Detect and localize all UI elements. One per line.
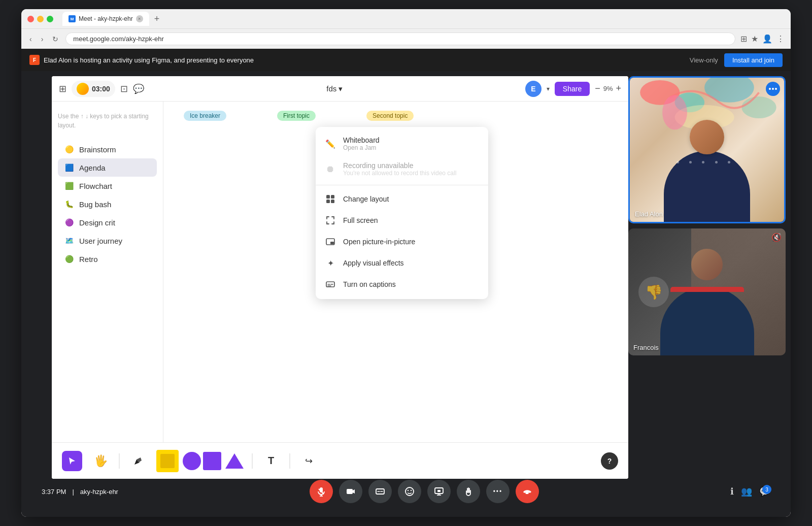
- tab-close-button[interactable]: ×: [136, 15, 143, 22]
- figma-bottom-toolbar: 🖐: [52, 442, 628, 479]
- active-tab[interactable]: M Meet - aky-hzpk-ehr ×: [62, 12, 149, 26]
- camera-button[interactable]: [339, 480, 362, 503]
- menu-item-whiteboard[interactable]: ✏️ Whiteboard Open a Jam: [316, 131, 488, 156]
- tag-second-topic: Second topic: [366, 111, 414, 121]
- reload-button[interactable]: ↻: [50, 33, 60, 45]
- video-label-francois: Francois: [633, 344, 659, 351]
- chevron-down-icon-user[interactable]: ▾: [547, 85, 550, 92]
- text-tool[interactable]: T: [261, 451, 281, 471]
- agenda-icon: 🟦: [64, 162, 74, 173]
- end-call-button[interactable]: [516, 480, 539, 503]
- video-options-button-elad[interactable]: [766, 82, 780, 96]
- notification-actions: View-only Install and join: [690, 53, 783, 67]
- install-join-button[interactable]: Install and join: [724, 53, 783, 67]
- separator: |: [72, 488, 74, 496]
- sidebar-label-designcrit: Design crit: [79, 218, 115, 227]
- participants-icon[interactable]: 👥: [741, 486, 752, 497]
- menu-label-layout: Change layout: [343, 195, 479, 203]
- view-only-button[interactable]: View-only: [690, 56, 718, 64]
- sidebar-item-retro[interactable]: 🟢 Retro: [58, 250, 157, 268]
- shape-tools: [156, 450, 244, 472]
- video-label-elad: Elad Alon: [635, 210, 663, 218]
- mute-indicator: 🔇: [771, 233, 782, 242]
- minimize-button[interactable]: [37, 16, 44, 22]
- timer-text: 03:00: [92, 85, 110, 93]
- address-bar[interactable]: meet.google.com/aky-hzpk-ehr: [65, 32, 735, 45]
- circle-shape[interactable]: [183, 452, 201, 470]
- captions-button[interactable]: [368, 480, 392, 503]
- figma-menu-icon[interactable]: ⊞: [59, 83, 66, 94]
- tag-first-topic: First topic: [277, 111, 316, 121]
- sidebar-item-agenda[interactable]: 🟦 Agenda: [58, 158, 157, 177]
- frame-icon[interactable]: ⊡: [120, 83, 128, 94]
- url-text: meet.google.com/aky-hzpk-ehr: [73, 35, 163, 43]
- more-options-button[interactable]: •••: [486, 480, 510, 503]
- info-icon[interactable]: ℹ: [730, 486, 734, 497]
- sidebar-item-userjourney[interactable]: 🗺️ User journey: [58, 232, 157, 250]
- menu-icon[interactable]: ⋮: [776, 34, 785, 44]
- profile-icon[interactable]: 👤: [762, 34, 772, 44]
- sidebar-item-designcrit[interactable]: 🟣 Design crit: [58, 213, 157, 232]
- emoji-button[interactable]: [398, 480, 421, 503]
- file-name[interactable]: fds ▾: [326, 84, 343, 93]
- arrow-tool[interactable]: ↪: [298, 451, 319, 471]
- help-button[interactable]: ?: [601, 452, 618, 470]
- shapes-group: [183, 452, 221, 470]
- menu-item-fullscreen[interactable]: Full screen: [316, 210, 488, 231]
- comment-icon[interactable]: 💬: [133, 83, 144, 94]
- control-bar-left: 3:37 PM | aky-hzpk-ehr: [42, 488, 118, 496]
- menu-item-captions[interactable]: Turn on captions: [316, 274, 488, 295]
- pip-icon: [325, 236, 336, 247]
- tab-title: Meet - aky-hzpk-ehr: [79, 15, 133, 22]
- zoom-in-button[interactable]: +: [616, 83, 621, 94]
- triangle-shape[interactable]: [225, 453, 244, 469]
- retro-icon: 🟢: [64, 254, 74, 264]
- toolbar-divider-3: [289, 453, 290, 469]
- svg-rect-2: [326, 200, 330, 203]
- control-bar: 3:37 PM | aky-hzpk-ehr: [21, 476, 791, 507]
- svg-rect-3: [331, 200, 334, 203]
- figma-toolbar-center: fds ▾: [149, 84, 520, 93]
- main-content: ⊞ 03:00 ⊡ 💬 fds ▾ E ▾: [21, 71, 791, 517]
- rect-shape[interactable]: [203, 452, 221, 470]
- select-tool[interactable]: [62, 451, 82, 471]
- menu-item-pip[interactable]: Open picture-in-picture: [316, 231, 488, 252]
- menu-item-recording-text: Recording unavailable You're not allowed…: [343, 161, 479, 177]
- maximize-button[interactable]: [47, 16, 53, 22]
- menu-label-captions: Turn on captions: [343, 280, 479, 288]
- figma-timer: 03:00: [72, 81, 115, 97]
- figma-canvas: ⊞ 03:00 ⊡ 💬 fds ▾ E ▾: [52, 76, 628, 479]
- share-button[interactable]: Share: [555, 82, 590, 96]
- tag-ice-breaker: Ice breaker: [184, 111, 226, 121]
- video-bg-elad: [630, 78, 784, 222]
- back-button[interactable]: ‹: [27, 33, 34, 45]
- forward-button[interactable]: ›: [39, 33, 46, 45]
- raise-hand-button[interactable]: [457, 480, 480, 503]
- zoom-out-button[interactable]: −: [595, 83, 600, 94]
- mic-button[interactable]: [310, 480, 333, 503]
- chevron-down-icon: ▾: [339, 84, 343, 93]
- menu-item-captions-text: Turn on captions: [343, 280, 479, 288]
- extensions-icon[interactable]: ⊞: [740, 34, 747, 44]
- menu-item-effects[interactable]: ✦ Apply visual effects: [316, 252, 488, 274]
- recording-icon: ⏺: [325, 163, 336, 175]
- menu-item-layout[interactable]: Change layout: [316, 188, 488, 210]
- sidebar-item-flowchart[interactable]: 🟩 Flowchart: [58, 177, 157, 195]
- pen-tool[interactable]: [128, 451, 148, 471]
- sidebar-item-bugbash[interactable]: 🐛 Bug bash: [58, 195, 157, 213]
- bugbash-icon: 🐛: [64, 199, 74, 209]
- sticky-note-tool[interactable]: [156, 450, 179, 472]
- sidebar-hint: Use the ↑ ↓ keys to pick a starting layo…: [58, 112, 157, 130]
- present-button[interactable]: [427, 480, 451, 503]
- user-avatar: E: [525, 81, 542, 97]
- sidebar-item-brainstorm[interactable]: 🟡 Brainstorm: [58, 140, 157, 158]
- close-button[interactable]: [27, 16, 34, 22]
- svg-point-26: [411, 490, 412, 491]
- zoom-level: 9%: [603, 85, 613, 92]
- menu-label-fullscreen: Full screen: [343, 216, 479, 224]
- head-elad: [690, 120, 724, 154]
- new-tab-button[interactable]: +: [154, 14, 160, 24]
- sidebar-label-bugbash: Bug bash: [79, 200, 111, 209]
- hand-tool[interactable]: 🖐: [90, 451, 111, 471]
- bookmark-icon[interactable]: ★: [751, 34, 758, 44]
